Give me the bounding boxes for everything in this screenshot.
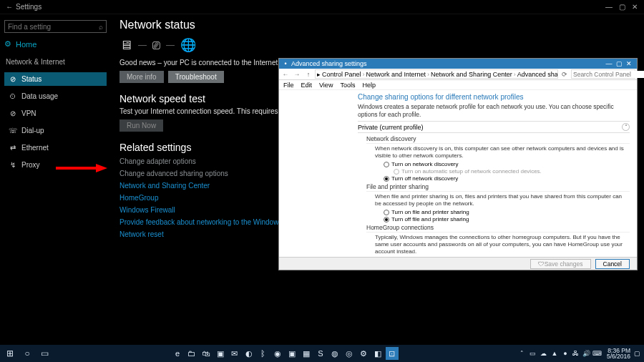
- gear-icon[interactable]: ⚙: [357, 347, 370, 360]
- breadcrumb-icon: ▸: [317, 71, 321, 78]
- page-heading: Network status: [119, 19, 635, 31]
- globe-icon: 🌐: [180, 37, 196, 53]
- skype-icon[interactable]: S: [314, 347, 327, 360]
- volume-icon[interactable]: 🔊: [582, 349, 591, 358]
- chrome-icon[interactable]: ◉: [271, 347, 284, 360]
- profile-row[interactable]: Private (current profile) ˄: [358, 121, 630, 133]
- asw-search[interactable]: [571, 69, 635, 79]
- asw-up[interactable]: ↑: [303, 71, 313, 78]
- tray-icon[interactable]: ▭: [529, 349, 537, 358]
- nav-label: Ethernet: [21, 144, 49, 152]
- app-icon[interactable]: ▣: [286, 347, 298, 360]
- connection-diagram: 🖥 — ⎚ — 🌐: [119, 37, 635, 53]
- crumb[interactable]: Advanced sharing settings: [517, 71, 558, 78]
- asw-search-input[interactable]: [572, 71, 644, 78]
- asw-maximize[interactable]: ▢: [614, 60, 624, 67]
- crumb[interactable]: Network and Internet: [366, 71, 426, 78]
- asw-menubar: File Edit View Tools Help: [279, 80, 637, 90]
- settings-taskbar-icon[interactable]: ⊡: [386, 347, 399, 360]
- start-button[interactable]: ⊞: [3, 346, 17, 361]
- asw-forward[interactable]: →: [292, 71, 302, 78]
- cortana-button[interactable]: ○: [20, 346, 34, 361]
- clock[interactable]: 8:36 PM 5/6/2016: [607, 348, 630, 360]
- tray-icon[interactable]: ●: [561, 349, 570, 358]
- radio-fps-off[interactable]: Turn off file and printer sharing: [384, 216, 630, 222]
- more-info-button[interactable]: More info: [119, 71, 164, 83]
- asw-footer: 🛡Save changes Cancel: [279, 257, 637, 270]
- radio-netdisc-on[interactable]: Turn on network discovery: [384, 161, 630, 167]
- tray-overflow[interactable]: ˄: [518, 349, 527, 358]
- asw-back[interactable]: ←: [280, 71, 291, 78]
- onedrive-icon[interactable]: ☁: [540, 349, 548, 358]
- menu-tools[interactable]: Tools: [340, 82, 355, 89]
- vpn-icon: ⊘: [9, 109, 17, 117]
- menu-file[interactable]: File: [283, 82, 294, 89]
- cancel-button[interactable]: Cancel: [595, 259, 630, 269]
- menu-edit[interactable]: Edit: [301, 82, 313, 89]
- action-center-icon[interactable]: ▢: [633, 349, 641, 358]
- close-button[interactable]: ✕: [628, 3, 641, 11]
- app-icon[interactable]: ▦: [300, 347, 313, 360]
- settings-search[interactable]: ⌕: [4, 20, 107, 33]
- advanced-sharing-window: • Advanced sharing settings — ▢ ✕ ← → ↑ …: [278, 58, 638, 270]
- ethernet-icon: ⇄: [9, 144, 17, 152]
- tray-icon[interactable]: ▲: [550, 349, 559, 358]
- keyboard-icon[interactable]: ⌨: [593, 349, 602, 358]
- fps-desc: When file and printer sharing is on, fil…: [375, 193, 630, 207]
- menu-view[interactable]: View: [319, 82, 333, 89]
- store-icon[interactable]: 🛍: [200, 347, 213, 360]
- media-icon[interactable]: ▣: [214, 347, 227, 360]
- back-button[interactable]: ←: [3, 3, 16, 11]
- run-now-button[interactable]: Run Now: [119, 119, 163, 132]
- crumb[interactable]: Network and Sharing Center: [431, 71, 512, 78]
- troubleshoot-button[interactable]: Troubleshoot: [168, 71, 224, 83]
- data-usage-icon: ⏲: [9, 92, 17, 100]
- pc-icon: 🖥: [119, 38, 132, 53]
- task-view-button[interactable]: ▭: [37, 346, 52, 361]
- bluetooth-icon[interactable]: ᛒ: [257, 347, 270, 360]
- maximize-button[interactable]: ▢: [615, 3, 628, 11]
- asw-intro: Windows creates a separate network profi…: [358, 103, 630, 118]
- sidebar-item-vpn[interactable]: ⊘VPN: [4, 107, 107, 120]
- radio-fps-on[interactable]: Turn on file and printer sharing: [384, 209, 630, 215]
- net-discovery-heading: Network discovery: [366, 135, 630, 144]
- app-icon[interactable]: ◧: [371, 347, 384, 360]
- sidebar-item-data-usage[interactable]: ⏲Data usage: [4, 89, 107, 103]
- nav-label: Dial-up: [21, 127, 44, 134]
- app-icon[interactable]: ◎: [343, 347, 356, 360]
- asw-title: Advanced sharing settings: [289, 60, 604, 67]
- link-line: —: [166, 40, 175, 50]
- search-input[interactable]: [8, 23, 99, 31]
- radio-netdisc-off[interactable]: Turn off network discovery: [384, 175, 630, 182]
- asw-breadcrumb[interactable]: ▸ Control Panel› Network and Internet› N…: [315, 69, 558, 79]
- status-icon: ⊘: [9, 75, 17, 83]
- minimize-button[interactable]: —: [602, 3, 615, 11]
- network-tray-icon[interactable]: 🖧: [572, 349, 580, 358]
- window-title: Settings: [16, 3, 602, 11]
- network-icon: •: [282, 60, 289, 67]
- nav-label: Data usage: [21, 92, 58, 100]
- app-icon[interactable]: ◍: [328, 347, 341, 360]
- asw-close[interactable]: ✕: [624, 60, 634, 67]
- taskbar-apps: e 🗀 🛍 ▣ ✉ ◐ ᛒ ◉ ▣ ▦ S ◍ ◎ ⚙ ◧ ⊡: [52, 347, 518, 360]
- explorer-icon[interactable]: 🗀: [185, 347, 198, 360]
- edge-icon[interactable]: e: [171, 347, 184, 360]
- asw-refresh[interactable]: ⟳: [560, 71, 570, 78]
- nav-label: Status: [21, 75, 42, 83]
- sidebar-item-ethernet[interactable]: ⇄Ethernet: [4, 141, 107, 155]
- sidebar-item-dialup[interactable]: ☏Dial-up: [4, 124, 107, 137]
- net-discovery-desc: When network discovery is on, this compu…: [375, 145, 630, 160]
- home-link[interactable]: ⚙ Home: [4, 39, 107, 49]
- arrow-annotation-left: [56, 164, 107, 172]
- sidebar-item-status[interactable]: ⊘Status: [4, 72, 107, 86]
- proxy-icon: ↯: [9, 161, 17, 169]
- search-icon: ⌕: [99, 23, 103, 31]
- mail-icon[interactable]: ✉: [228, 347, 241, 360]
- steam-icon[interactable]: ◐: [243, 347, 255, 360]
- chevron-up-icon[interactable]: ˄: [622, 123, 630, 131]
- taskbar: ⊞ ○ ▭ e 🗀 🛍 ▣ ✉ ◐ ᛒ ◉ ▣ ▦ S ◍ ◎ ⚙ ◧ ⊡ ˄ …: [0, 345, 644, 362]
- asw-addressbar: ← → ↑ ▸ Control Panel› Network and Inter…: [279, 69, 637, 80]
- menu-help[interactable]: Help: [362, 82, 376, 89]
- asw-minimize[interactable]: —: [604, 60, 614, 67]
- crumb[interactable]: Control Panel: [322, 71, 361, 78]
